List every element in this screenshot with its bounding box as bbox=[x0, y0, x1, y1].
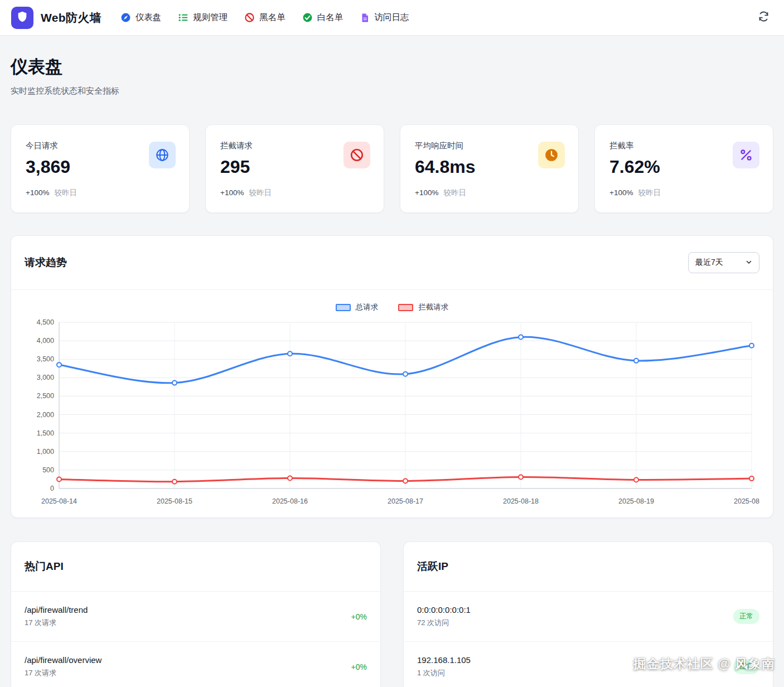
stat-card-blocked-requests: 拦截请求 295 +100%较昨日 bbox=[205, 124, 384, 213]
app-title: Web防火墙 bbox=[41, 10, 101, 26]
stat-card-block-rate: 拦截率 7.62% +100%较昨日 bbox=[594, 124, 773, 213]
stats-grid: 今日请求 3,869 +100%较昨日 拦截请求 295 bbox=[11, 124, 773, 213]
nav-item-rules[interactable]: 规则管理 bbox=[178, 12, 228, 23]
legend-swatch bbox=[336, 304, 351, 311]
nav-item-whitelist[interactable]: 白名单 bbox=[302, 12, 343, 23]
legend-item-blocked-requests[interactable]: 拦截请求 bbox=[398, 302, 448, 312]
rules-icon bbox=[178, 12, 188, 23]
svg-text:2,500: 2,500 bbox=[37, 392, 54, 400]
stat-label: 平均响应时间 bbox=[415, 141, 476, 151]
list-item: /api/firewall/trend 17 次请求 +0% bbox=[11, 592, 380, 642]
percent-icon bbox=[733, 142, 759, 168]
stat-card-requests-today: 今日请求 3,869 +100%较昨日 bbox=[11, 124, 190, 213]
top-navbar: Web防火墙 仪表盘 规则管理 黑名单 白名单 bbox=[0, 0, 784, 36]
logs-icon bbox=[360, 13, 370, 23]
line-chart: 05001,0001,5002,0002,5003,0003,5004,0004… bbox=[25, 315, 759, 509]
legend-swatch bbox=[398, 304, 413, 311]
clock-icon bbox=[538, 142, 565, 168]
stat-value: 7.62% bbox=[609, 157, 660, 177]
stat-change: +100%较昨日 bbox=[609, 188, 759, 198]
main-nav: 仪表盘 规则管理 黑名单 白名单 访问日志 bbox=[120, 12, 739, 23]
blacklist-icon bbox=[244, 12, 255, 23]
whitelist-icon bbox=[302, 12, 313, 23]
svg-text:2,000: 2,000 bbox=[37, 411, 54, 419]
api-count: 17 次请求 bbox=[25, 618, 88, 628]
legend-label: 总请求 bbox=[356, 302, 379, 312]
dashboard-icon bbox=[120, 12, 131, 23]
nav-item-blacklist[interactable]: 黑名单 bbox=[244, 12, 285, 23]
stat-label: 今日请求 bbox=[26, 141, 70, 151]
brand: Web防火墙 bbox=[11, 7, 101, 29]
api-change: +0% bbox=[351, 612, 367, 621]
stat-label: 拦截请求 bbox=[220, 141, 253, 151]
stat-change: +100%较昨日 bbox=[26, 188, 176, 198]
hot-api-panel: 热门API /api/firewall/trend 17 次请求 +0% /ap… bbox=[11, 541, 381, 687]
svg-text:2025-08-17: 2025-08-17 bbox=[388, 497, 423, 505]
nav-item-dashboard[interactable]: 仪表盘 bbox=[120, 12, 162, 23]
chart-body: 总请求 拦截请求 05001,0001,5002,0002,5003,0003,… bbox=[11, 290, 773, 517]
stat-compare-label: 较昨日 bbox=[249, 188, 272, 197]
api-path: /api/firewall/trend bbox=[25, 605, 88, 615]
request-trend-card: 请求趋势 最近7天 总请求 拦截请求 05001,0001,5002,0002,… bbox=[11, 235, 773, 518]
nav-label: 规则管理 bbox=[193, 12, 228, 23]
stat-value: 64.8ms bbox=[415, 157, 476, 177]
hot-api-title: 热门API bbox=[25, 559, 367, 574]
svg-text:0: 0 bbox=[50, 485, 54, 492]
legend-item-total-requests[interactable]: 总请求 bbox=[336, 302, 379, 312]
list-item: 192.168.1.105 1 次访问 正常 bbox=[404, 642, 773, 687]
api-change: +0% bbox=[351, 662, 367, 671]
svg-text:2025-08-18: 2025-08-18 bbox=[503, 497, 539, 505]
stat-change-value: +100% bbox=[415, 188, 438, 197]
page-title: 仪表盘 bbox=[11, 55, 773, 79]
time-range-select[interactable]: 最近7天 bbox=[688, 252, 759, 273]
status-badge: 正常 bbox=[733, 609, 759, 624]
svg-text:2025-08-20: 2025-08-20 bbox=[734, 497, 759, 505]
stat-card-avg-response-time: 平均响应时间 64.8ms +100%较昨日 bbox=[400, 124, 579, 213]
refresh-icon bbox=[758, 11, 770, 25]
globe-icon bbox=[149, 142, 176, 168]
list-item: 0:0:0:0:0:0:0:1 72 次访问 正常 bbox=[404, 592, 773, 642]
stat-value: 295 bbox=[220, 157, 253, 177]
ip-count: 1 次访问 bbox=[417, 668, 471, 678]
app-logo bbox=[11, 7, 33, 29]
legend-label: 拦截请求 bbox=[418, 302, 448, 312]
block-icon bbox=[343, 142, 370, 168]
svg-text:2025-08-15: 2025-08-15 bbox=[157, 497, 192, 505]
stat-compare-label: 较昨日 bbox=[443, 188, 466, 197]
svg-text:2025-08-19: 2025-08-19 bbox=[618, 497, 654, 505]
ip-address: 192.168.1.105 bbox=[417, 655, 471, 665]
active-ip-title: 活跃IP bbox=[417, 559, 759, 574]
main-content: 仪表盘 实时监控系统状态和安全指标 今日请求 3,869 +100%较昨日 拦截… bbox=[0, 55, 784, 687]
svg-text:2025-08-16: 2025-08-16 bbox=[272, 497, 308, 505]
svg-text:1,500: 1,500 bbox=[37, 429, 54, 437]
bottom-panels: 热门API /api/firewall/trend 17 次请求 +0% /ap… bbox=[11, 541, 773, 687]
svg-text:3,500: 3,500 bbox=[37, 355, 54, 363]
stat-change-value: +100% bbox=[609, 188, 633, 197]
stat-compare-label: 较昨日 bbox=[638, 188, 661, 197]
svg-text:4,000: 4,000 bbox=[37, 337, 54, 345]
refresh-button[interactable] bbox=[758, 11, 770, 25]
nav-label: 黑名单 bbox=[259, 12, 285, 23]
nav-item-logs[interactable]: 访问日志 bbox=[360, 12, 409, 23]
active-ip-panel: 活跃IP 0:0:0:0:0:0:0:1 72 次访问 正常 192.168.1… bbox=[403, 541, 773, 687]
shield-icon bbox=[16, 11, 28, 25]
nav-label: 访问日志 bbox=[374, 12, 409, 23]
chart-title: 请求趋势 bbox=[25, 255, 67, 270]
stat-compare-label: 较昨日 bbox=[54, 188, 77, 197]
svg-text:4,500: 4,500 bbox=[37, 318, 54, 326]
svg-text:500: 500 bbox=[42, 466, 54, 474]
ip-address: 0:0:0:0:0:0:0:1 bbox=[417, 605, 471, 615]
page-subtitle: 实时监控系统状态和安全指标 bbox=[11, 86, 773, 96]
stat-label: 拦截率 bbox=[609, 141, 660, 151]
svg-text:1,000: 1,000 bbox=[37, 448, 54, 456]
svg-text:2025-08-14: 2025-08-14 bbox=[41, 497, 77, 505]
api-count: 17 次请求 bbox=[25, 668, 101, 678]
stat-change: +100%较昨日 bbox=[220, 188, 370, 198]
svg-text:3,000: 3,000 bbox=[37, 374, 54, 381]
stat-change-value: +100% bbox=[220, 188, 244, 197]
api-path: /api/firewall/overview bbox=[25, 655, 101, 665]
stat-value: 3,869 bbox=[26, 157, 70, 177]
chevron-down-icon bbox=[746, 258, 752, 267]
ip-count: 72 次访问 bbox=[417, 618, 471, 628]
nav-label: 白名单 bbox=[317, 12, 343, 23]
